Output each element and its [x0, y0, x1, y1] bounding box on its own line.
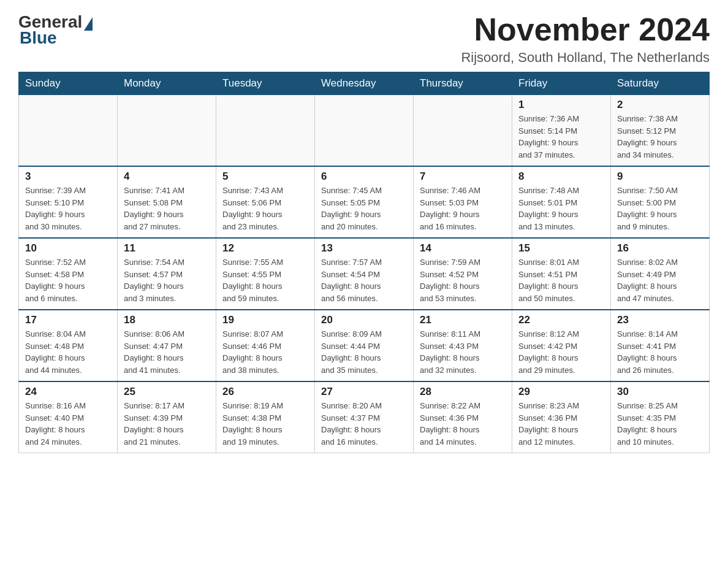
- day-number: 25: [124, 386, 210, 398]
- logo-blue-text: Blue: [20, 28, 57, 48]
- calendar-cell: 7Sunrise: 7:46 AM Sunset: 5:03 PM Daylig…: [414, 166, 512, 238]
- calendar-cell: 14Sunrise: 7:59 AM Sunset: 4:52 PM Dayli…: [414, 238, 512, 310]
- calendar-cell: 4Sunrise: 7:41 AM Sunset: 5:08 PM Daylig…: [118, 166, 216, 238]
- calendar-cell: 23Sunrise: 8:14 AM Sunset: 4:41 PM Dayli…: [611, 310, 710, 381]
- day-detail: Sunrise: 8:06 AM Sunset: 4:47 PM Dayligh…: [124, 328, 210, 376]
- calendar-cell: [19, 95, 118, 167]
- day-detail: Sunrise: 8:22 AM Sunset: 4:36 PM Dayligh…: [420, 400, 506, 448]
- logo-triangle-icon: [84, 17, 93, 31]
- calendar-cell: 30Sunrise: 8:25 AM Sunset: 4:35 PM Dayli…: [611, 381, 710, 453]
- day-number: 24: [25, 386, 111, 398]
- calendar-week-row: 1Sunrise: 7:36 AM Sunset: 5:14 PM Daylig…: [19, 95, 710, 167]
- calendar-cell: 26Sunrise: 8:19 AM Sunset: 4:38 PM Dayli…: [216, 381, 315, 453]
- calendar-week-row: 24Sunrise: 8:16 AM Sunset: 4:40 PM Dayli…: [19, 381, 710, 453]
- day-number: 3: [25, 170, 111, 183]
- day-detail: Sunrise: 7:55 AM Sunset: 4:55 PM Dayligh…: [222, 256, 308, 304]
- day-detail: Sunrise: 8:14 AM Sunset: 4:41 PM Dayligh…: [617, 328, 703, 376]
- day-detail: Sunrise: 7:50 AM Sunset: 5:00 PM Dayligh…: [617, 185, 703, 232]
- location-subtitle: Rijsoord, South Holland, The Netherlands: [461, 50, 710, 66]
- calendar-cell: 6Sunrise: 7:45 AM Sunset: 5:05 PM Daylig…: [315, 166, 414, 238]
- calendar-cell: 24Sunrise: 8:16 AM Sunset: 4:40 PM Dayli…: [19, 381, 118, 453]
- title-area: November 2024 Rijsoord, South Holland, T…: [461, 12, 710, 66]
- calendar-cell: 10Sunrise: 7:52 AM Sunset: 4:58 PM Dayli…: [19, 238, 118, 310]
- logo: General Blue: [18, 12, 93, 48]
- day-detail: Sunrise: 7:38 AM Sunset: 5:12 PM Dayligh…: [617, 113, 703, 161]
- calendar-cell: 29Sunrise: 8:23 AM Sunset: 4:36 PM Dayli…: [512, 381, 611, 453]
- calendar-cell: [216, 95, 315, 167]
- day-number: 10: [25, 242, 111, 255]
- day-detail: Sunrise: 8:04 AM Sunset: 4:48 PM Dayligh…: [25, 328, 111, 376]
- weekday-header-wednesday: Wednesday: [315, 72, 414, 95]
- calendar-cell: 19Sunrise: 8:07 AM Sunset: 4:46 PM Dayli…: [216, 310, 315, 381]
- day-detail: Sunrise: 7:43 AM Sunset: 5:06 PM Dayligh…: [222, 185, 308, 232]
- day-detail: Sunrise: 8:16 AM Sunset: 4:40 PM Dayligh…: [25, 400, 111, 448]
- weekday-header-friday: Friday: [512, 72, 611, 95]
- day-detail: Sunrise: 8:01 AM Sunset: 4:51 PM Dayligh…: [518, 256, 604, 304]
- calendar-week-row: 10Sunrise: 7:52 AM Sunset: 4:58 PM Dayli…: [19, 238, 710, 310]
- calendar-cell: 21Sunrise: 8:11 AM Sunset: 4:43 PM Dayli…: [414, 310, 512, 381]
- calendar-cell: 9Sunrise: 7:50 AM Sunset: 5:00 PM Daylig…: [611, 166, 710, 238]
- calendar-table: SundayMondayTuesdayWednesdayThursdayFrid…: [18, 72, 710, 453]
- weekday-header-tuesday: Tuesday: [216, 72, 315, 95]
- day-detail: Sunrise: 8:09 AM Sunset: 4:44 PM Dayligh…: [321, 328, 407, 376]
- day-number: 17: [25, 314, 111, 326]
- calendar-cell: 1Sunrise: 7:36 AM Sunset: 5:14 PM Daylig…: [512, 95, 611, 167]
- day-detail: Sunrise: 7:39 AM Sunset: 5:10 PM Dayligh…: [25, 185, 111, 232]
- calendar-cell: 3Sunrise: 7:39 AM Sunset: 5:10 PM Daylig…: [19, 166, 118, 238]
- day-number: 1: [518, 99, 604, 111]
- day-detail: Sunrise: 8:02 AM Sunset: 4:49 PM Dayligh…: [617, 256, 703, 304]
- calendar-cell: 13Sunrise: 7:57 AM Sunset: 4:54 PM Dayli…: [315, 238, 414, 310]
- day-detail: Sunrise: 7:59 AM Sunset: 4:52 PM Dayligh…: [420, 256, 506, 304]
- weekday-header-saturday: Saturday: [611, 72, 710, 95]
- calendar-cell: 15Sunrise: 8:01 AM Sunset: 4:51 PM Dayli…: [512, 238, 611, 310]
- day-number: 6: [321, 170, 407, 183]
- day-detail: Sunrise: 8:19 AM Sunset: 4:38 PM Dayligh…: [222, 400, 308, 448]
- day-number: 29: [518, 386, 604, 398]
- weekday-header-row: SundayMondayTuesdayWednesdayThursdayFrid…: [19, 72, 710, 95]
- calendar-cell: 11Sunrise: 7:54 AM Sunset: 4:57 PM Dayli…: [118, 238, 216, 310]
- calendar-cell: [118, 95, 216, 167]
- day-number: 13: [321, 242, 407, 255]
- day-detail: Sunrise: 8:12 AM Sunset: 4:42 PM Dayligh…: [518, 328, 604, 376]
- day-number: 30: [617, 386, 703, 398]
- calendar-cell: 8Sunrise: 7:48 AM Sunset: 5:01 PM Daylig…: [512, 166, 611, 238]
- calendar-week-row: 17Sunrise: 8:04 AM Sunset: 4:48 PM Dayli…: [19, 310, 710, 381]
- day-number: 21: [420, 314, 506, 326]
- day-number: 22: [518, 314, 604, 326]
- calendar-cell: 12Sunrise: 7:55 AM Sunset: 4:55 PM Dayli…: [216, 238, 315, 310]
- weekday-header-sunday: Sunday: [19, 72, 118, 95]
- day-number: 27: [321, 386, 407, 398]
- weekday-header-monday: Monday: [118, 72, 216, 95]
- day-number: 2: [617, 99, 703, 111]
- calendar-cell: 18Sunrise: 8:06 AM Sunset: 4:47 PM Dayli…: [118, 310, 216, 381]
- day-detail: Sunrise: 7:57 AM Sunset: 4:54 PM Dayligh…: [321, 256, 407, 304]
- day-detail: Sunrise: 7:52 AM Sunset: 4:58 PM Dayligh…: [25, 256, 111, 304]
- calendar-cell: 22Sunrise: 8:12 AM Sunset: 4:42 PM Dayli…: [512, 310, 611, 381]
- day-number: 12: [222, 242, 308, 255]
- day-number: 7: [420, 170, 506, 183]
- day-number: 20: [321, 314, 407, 326]
- day-number: 5: [222, 170, 308, 183]
- month-year-title: November 2024: [461, 12, 710, 47]
- day-detail: Sunrise: 7:36 AM Sunset: 5:14 PM Dayligh…: [518, 113, 604, 161]
- day-detail: Sunrise: 8:20 AM Sunset: 4:37 PM Dayligh…: [321, 400, 407, 448]
- day-detail: Sunrise: 8:17 AM Sunset: 4:39 PM Dayligh…: [124, 400, 210, 448]
- day-number: 15: [518, 242, 604, 255]
- day-number: 8: [518, 170, 604, 183]
- day-detail: Sunrise: 7:48 AM Sunset: 5:01 PM Dayligh…: [518, 185, 604, 232]
- day-detail: Sunrise: 7:46 AM Sunset: 5:03 PM Dayligh…: [420, 185, 506, 232]
- header: General Blue November 2024 Rijsoord, Sou…: [18, 12, 710, 66]
- calendar-cell: 27Sunrise: 8:20 AM Sunset: 4:37 PM Dayli…: [315, 381, 414, 453]
- day-number: 9: [617, 170, 703, 183]
- calendar-cell: [315, 95, 414, 167]
- day-detail: Sunrise: 7:41 AM Sunset: 5:08 PM Dayligh…: [124, 185, 210, 232]
- day-detail: Sunrise: 7:54 AM Sunset: 4:57 PM Dayligh…: [124, 256, 210, 304]
- calendar-cell: 17Sunrise: 8:04 AM Sunset: 4:48 PM Dayli…: [19, 310, 118, 381]
- day-number: 26: [222, 386, 308, 398]
- calendar-cell: 20Sunrise: 8:09 AM Sunset: 4:44 PM Dayli…: [315, 310, 414, 381]
- day-detail: Sunrise: 8:11 AM Sunset: 4:43 PM Dayligh…: [420, 328, 506, 376]
- calendar-week-row: 3Sunrise: 7:39 AM Sunset: 5:10 PM Daylig…: [19, 166, 710, 238]
- day-number: 16: [617, 242, 703, 255]
- day-number: 11: [124, 242, 210, 255]
- calendar-cell: [414, 95, 512, 167]
